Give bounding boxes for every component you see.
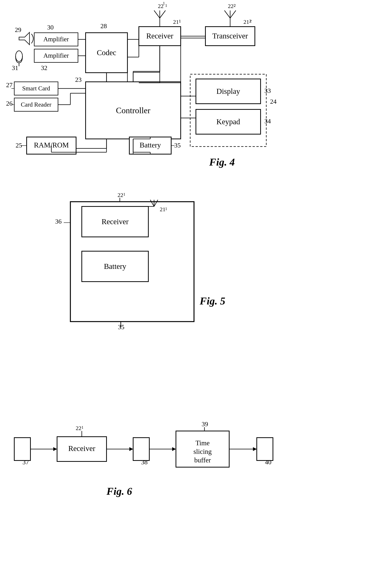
svg-text:21: 21 xyxy=(160,206,166,212)
svg-text:34: 34 xyxy=(264,118,271,125)
svg-text:Codec: Codec xyxy=(97,48,116,57)
svg-rect-108 xyxy=(14,438,30,460)
svg-text:28: 28 xyxy=(100,22,107,29)
svg-text:24: 24 xyxy=(270,98,277,105)
page: Amplifier Amplifier 29 30 31 32 Codec 28… xyxy=(0,0,392,568)
svg-text:1: 1 xyxy=(165,206,167,211)
svg-text:Amplifier: Amplifier xyxy=(43,52,69,59)
svg-marker-118 xyxy=(129,447,133,451)
svg-text:29: 29 xyxy=(15,26,21,33)
svg-text:21: 21 xyxy=(173,19,179,25)
svg-text:Battery: Battery xyxy=(104,262,126,270)
svg-text:35: 35 xyxy=(118,324,124,330)
svg-line-32 xyxy=(230,11,236,18)
svg-text:1: 1 xyxy=(123,192,125,197)
svg-text:Display: Display xyxy=(216,87,240,96)
svg-marker-0 xyxy=(19,32,29,45)
svg-line-21 xyxy=(160,11,166,18)
svg-text:Keypad: Keypad xyxy=(216,117,240,126)
svg-text:Time: Time xyxy=(196,439,210,447)
svg-text:Receiver: Receiver xyxy=(102,217,128,226)
svg-line-30 xyxy=(224,11,230,18)
svg-text:Receiver: Receiver xyxy=(68,444,95,453)
svg-text:1: 1 xyxy=(163,1,165,5)
svg-text:Fig. 6: Fig. 6 xyxy=(106,485,132,497)
svg-text:1: 1 xyxy=(165,3,167,8)
svg-text:32: 32 xyxy=(41,64,47,71)
svg-marker-122 xyxy=(172,447,176,451)
svg-text:buffer: buffer xyxy=(194,456,211,464)
svg-text:1: 1 xyxy=(179,19,181,23)
svg-text:slicing: slicing xyxy=(194,448,212,455)
svg-text:26: 26 xyxy=(6,100,13,107)
svg-rect-119 xyxy=(133,438,149,460)
svg-text:21: 21 xyxy=(243,19,249,25)
svg-line-19 xyxy=(154,11,160,18)
svg-text:33: 33 xyxy=(264,87,271,94)
svg-text:Battery: Battery xyxy=(140,141,161,149)
svg-text:2: 2 xyxy=(250,19,252,23)
svg-text:22: 22 xyxy=(118,192,123,198)
svg-text:Transceiver: Transceiver xyxy=(212,32,248,40)
svg-text:35: 35 xyxy=(174,142,181,149)
svg-text:37: 37 xyxy=(22,459,29,466)
svg-text:31: 31 xyxy=(12,64,18,71)
svg-text:Card Reader: Card Reader xyxy=(21,101,52,108)
svg-text:Fig. 5: Fig. 5 xyxy=(199,295,225,307)
svg-text:1: 1 xyxy=(81,425,84,430)
svg-marker-130 xyxy=(253,447,257,451)
svg-text:23: 23 xyxy=(75,76,82,83)
svg-text:22: 22 xyxy=(228,3,234,9)
svg-text:27: 27 xyxy=(6,82,13,88)
svg-text:Fig. 4: Fig. 4 xyxy=(209,156,235,168)
svg-text:38: 38 xyxy=(141,459,148,466)
svg-text:Amplifier: Amplifier xyxy=(43,36,69,43)
svg-rect-131 xyxy=(257,438,273,460)
svg-text:2: 2 xyxy=(234,3,236,8)
svg-point-3 xyxy=(15,51,22,61)
svg-text:39: 39 xyxy=(202,421,208,427)
svg-text:Controller: Controller xyxy=(116,106,151,115)
svg-text:30: 30 xyxy=(47,24,54,31)
svg-text:40: 40 xyxy=(265,459,271,466)
svg-marker-111 xyxy=(53,447,57,451)
svg-text:Smart Card: Smart Card xyxy=(22,85,50,92)
svg-text:36: 36 xyxy=(55,218,62,225)
svg-text:25: 25 xyxy=(15,142,22,149)
svg-text:Receiver: Receiver xyxy=(146,32,173,40)
svg-text:22: 22 xyxy=(76,425,81,431)
